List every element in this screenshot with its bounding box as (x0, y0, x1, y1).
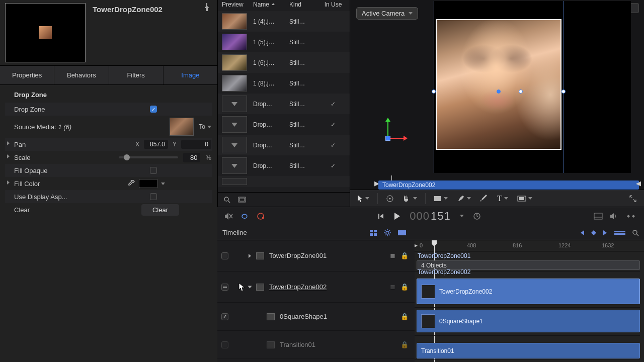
gear-icon[interactable] (383, 229, 391, 237)
media-row[interactable]: Drop…Still…✓ (218, 114, 350, 135)
keyframe-prev-icon[interactable] (580, 230, 585, 236)
col-name[interactable]: Name (253, 1, 283, 8)
media-row[interactable]: Drop…Still…✓ (218, 155, 350, 176)
keyframe-diamond-icon[interactable] (591, 230, 597, 236)
transform-center-handle[interactable] (497, 89, 501, 94)
layer-row[interactable]: TowerDropZone002 ≣🔒 (217, 272, 415, 303)
mini-timeline-clip[interactable]: TowerDropZone002 (378, 180, 639, 190)
pan-tool[interactable] (401, 193, 419, 204)
playhead-icon[interactable] (432, 240, 437, 246)
clip-view-icon[interactable] (397, 230, 407, 236)
tab-image[interactable]: Image (164, 66, 217, 84)
disclosure-icon[interactable] (7, 154, 10, 158)
pan-x-field[interactable]: 857.0 (144, 140, 168, 149)
source-media-to-menu[interactable]: To (199, 123, 211, 130)
layer-opts-icon[interactable]: ≣ (390, 283, 395, 291)
layer-name[interactable]: Transition01 (280, 341, 395, 348)
media-row[interactable]: Drop…Still…✓ (218, 135, 350, 155)
layer-enable-checkbox[interactable] (221, 252, 228, 259)
disclosure-icon[interactable] (248, 286, 252, 288)
viewer-layout-icon[interactable] (594, 213, 603, 220)
col-kind[interactable]: Kind (289, 1, 314, 8)
pin-icon[interactable] (201, 3, 212, 11)
media-row[interactable] (218, 176, 350, 187)
disclosure-icon[interactable] (7, 141, 10, 145)
layer-name[interactable]: TowerDropZone002 (269, 283, 385, 291)
timeline-clip[interactable]: TowerDropZone002 (417, 279, 640, 304)
timeline-ruler[interactable]: ▶ 0 408 816 1224 1632 (415, 240, 644, 251)
transform-handle[interactable] (432, 89, 436, 94)
media-row[interactable]: Drop…Still…✓ (218, 94, 350, 114)
zoom-icon[interactable] (632, 229, 639, 236)
play-button[interactable] (393, 212, 400, 220)
record-icon[interactable] (257, 212, 265, 220)
timeline-layer-list[interactable]: TowerDropZone001 ≣🔒 TowerDropZone002 ≣🔒 … (217, 240, 415, 362)
search-icon[interactable] (223, 196, 231, 204)
layer-name[interactable]: 0SquareShape1 (280, 313, 395, 320)
tab-filters[interactable]: Filters (109, 66, 164, 84)
pen-tool[interactable] (478, 193, 490, 204)
fill-color-swatch[interactable] (139, 179, 158, 188)
lock-icon[interactable]: 🔒 (400, 341, 409, 348)
stack-view-icon[interactable] (238, 196, 246, 204)
out-point-icon[interactable]: ◀ (636, 179, 641, 187)
col-in-use[interactable]: In Use (320, 1, 346, 8)
lock-icon[interactable]: 🔒 (400, 283, 409, 291)
filters-hud-icon[interactable] (369, 229, 377, 236)
pan-y-field[interactable]: 0 (181, 140, 211, 149)
timecode-display[interactable]: 000151 (410, 210, 450, 223)
camera-popup[interactable]: Active Camera (356, 7, 418, 20)
paint-tool[interactable] (455, 193, 473, 204)
timeline-view-icon[interactable] (614, 230, 626, 236)
layer-row[interactable]: TowerDropZone001 ≣🔒 (217, 240, 415, 272)
media-list-rows[interactable]: 1 (4).j…Still… 1 (5).j…Still… 1 (6).j…St… (218, 11, 350, 192)
rectangle-tool[interactable] (432, 194, 450, 203)
transform-handle[interactable] (561, 89, 566, 94)
mini-timeline[interactable]: ▶ TowerDropZone002 ◀ (363, 180, 639, 187)
drop-zone-checkbox[interactable] (150, 106, 157, 113)
layer-enable-checkbox[interactable] (221, 313, 228, 320)
lock-icon[interactable]: 🔒 (400, 313, 409, 320)
media-row[interactable]: 1 (6).j…Still… (218, 52, 350, 73)
keyframe-next-icon[interactable] (603, 230, 608, 236)
source-media-thumb[interactable] (170, 118, 194, 136)
timeline-clip[interactable]: Transition01 (417, 343, 640, 358)
use-display-aspect-checkbox[interactable] (150, 193, 157, 200)
timeline-tracks[interactable]: ▶ 0 408 816 1224 1632 TowerDropZone001 4… (415, 240, 644, 362)
text-tool[interactable]: T (495, 193, 510, 205)
col-preview[interactable]: Preview (222, 1, 247, 8)
layer-enable-checkbox[interactable] (221, 284, 228, 291)
mute-icon[interactable] (224, 212, 233, 220)
tab-properties[interactable]: Properties (0, 66, 54, 84)
layer-row[interactable]: 0SquareShape1 🔒 (217, 303, 415, 331)
chevron-down-icon[interactable] (460, 215, 464, 217)
transform-tool[interactable] (384, 193, 396, 204)
layer-row[interactable]: Transition01 🔒 (217, 331, 415, 359)
expand-canvas-icon[interactable] (627, 193, 639, 204)
disclosure-icon[interactable] (249, 254, 251, 258)
media-row[interactable]: 1 (4).j…Still… (218, 11, 350, 32)
clock-icon[interactable] (473, 212, 481, 220)
lock-icon[interactable]: 🔒 (400, 252, 409, 259)
fill-opaque-checkbox[interactable] (150, 167, 157, 174)
go-to-start-button[interactable] (377, 213, 384, 220)
mask-tool[interactable] (515, 194, 534, 203)
canvas-selected-object[interactable] (436, 19, 561, 150)
scale-field[interactable]: 80 (183, 153, 200, 162)
timeline-clip[interactable]: 0SquareShape1 (417, 310, 640, 332)
media-row[interactable]: 1 (5).j…Still… (218, 32, 350, 52)
layer-opts-icon[interactable]: ≣ (390, 252, 395, 259)
layer-enable-checkbox[interactable] (221, 341, 228, 348)
media-row[interactable]: 1 (8).j…Still… (218, 73, 350, 94)
disclosure-icon[interactable] (7, 180, 10, 185)
eyedropper-icon[interactable] (127, 180, 136, 187)
layer-name[interactable]: TowerDropZone001 (269, 252, 385, 259)
loop-icon[interactable] (240, 213, 250, 220)
in-point-icon[interactable]: ▶ (415, 241, 418, 249)
scale-slider[interactable] (119, 156, 178, 158)
clear-button[interactable]: Clear (141, 204, 179, 216)
keyframes-icon[interactable] (625, 213, 637, 219)
speaker-icon[interactable] (610, 213, 618, 220)
transform-handle[interactable] (519, 89, 523, 94)
tab-behaviors[interactable]: Behaviors (54, 66, 109, 84)
